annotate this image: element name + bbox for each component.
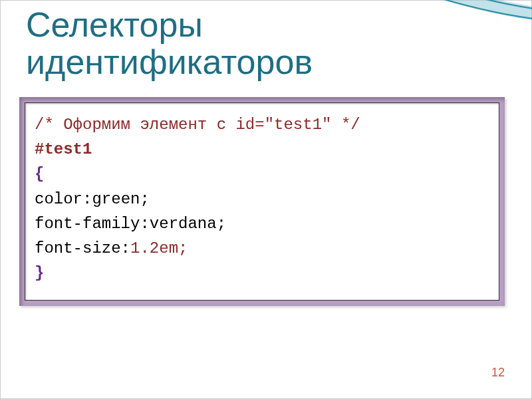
code-content: /* Оформим элемент с id="test1" */ #test…	[25, 102, 499, 301]
code-comment: /* Оформим элемент с id="test1" */	[35, 116, 360, 134]
title-line-1: Селекторы	[26, 5, 203, 44]
code-brace-close: }	[35, 264, 44, 282]
code-selector: #test1	[35, 140, 92, 158]
code-brace-open: {	[35, 165, 44, 183]
title-line-2: идентификаторов	[26, 43, 313, 81]
page-number: 12	[491, 366, 505, 380]
code-val-verdana: verdana;	[150, 215, 226, 233]
slide-title: Селекторы идентификаторов	[26, 6, 313, 80]
code-prop-color: color:	[35, 190, 92, 208]
code-box: /* Оформим элемент с id="test1" */ #test…	[19, 97, 505, 306]
code-val-size: 1.2em;	[130, 239, 188, 257]
slide: Селекторы идентификаторов /* Оформим эле…	[0, 0, 532, 399]
code-val-green: green;	[92, 190, 149, 208]
code-prop-fontsize: font-size:	[35, 239, 130, 257]
code-prop-fontfamily: font-family:	[35, 215, 150, 233]
